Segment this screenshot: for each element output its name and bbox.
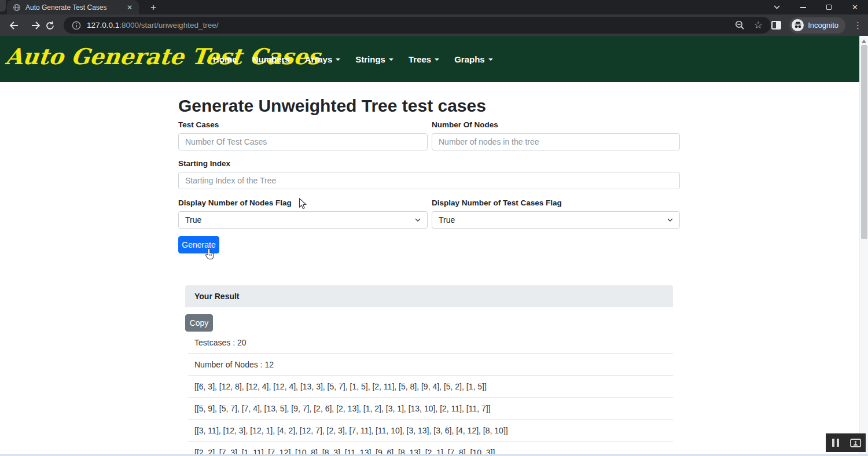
nav-item-strings[interactable]: Strings <box>355 54 393 64</box>
incognito-icon <box>792 19 804 31</box>
browser-tab[interactable]: Auto Generate Test Cases ✕ <box>7 0 139 14</box>
site-navbar: Auto Generate Test Cases Home Numbers Ar… <box>0 36 859 82</box>
result-row-edges-2: [[5, 9], [5, 7], [7, 4], [13, 5], [9, 7]… <box>188 398 673 420</box>
side-panel-icon[interactable] <box>771 21 781 30</box>
caret-down-icon <box>435 58 439 61</box>
display-nodes-flag-label: Display Number of Nodes Flag <box>178 198 292 207</box>
reload-button[interactable] <box>43 19 57 32</box>
test-cases-input[interactable] <box>178 133 428 150</box>
browser-toolbar: 127.0.0.1:8000/start/unweighted_tree/ ☆ … <box>0 14 868 36</box>
forward-button[interactable] <box>29 19 43 32</box>
generate-button[interactable]: Generate <box>178 236 219 253</box>
result-row-edges-3: [[3, 11], [12, 3], [12, 1], [4, 2], [12,… <box>188 420 673 442</box>
caret-down-icon <box>389 58 393 61</box>
browser-menu-icon[interactable]: ⋮ <box>854 20 862 31</box>
url-text: 127.0.0.1:8000/start/unweighted_tree/ <box>87 21 218 30</box>
display-nodes-flag-select[interactable]: True <box>178 211 428 229</box>
zoom-out-icon[interactable] <box>735 20 745 30</box>
result-row-edges-1: [[6, 3], [12, 8], [12, 4], [12, 4], [13,… <box>188 376 673 398</box>
display-testcases-flag-select[interactable]: True <box>432 211 680 229</box>
copy-button[interactable]: Copy <box>185 314 213 332</box>
picture-icon <box>850 439 861 447</box>
back-button[interactable] <box>7 19 21 32</box>
caret-down-icon <box>488 58 493 61</box>
tab-close-icon[interactable]: ✕ <box>125 3 134 12</box>
pause-recording-button[interactable] <box>826 433 846 452</box>
tab-search-chevron-icon[interactable] <box>764 0 790 14</box>
site-info-icon[interactable] <box>72 21 81 30</box>
url-host: 127.0.0.1 <box>87 21 119 30</box>
nav-item-trees[interactable]: Trees <box>409 54 439 64</box>
pause-icon <box>832 439 839 447</box>
browser-tab-bar: Auto Generate Test Cases ✕ + ✕ <box>0 0 868 14</box>
window-maximize-button[interactable] <box>816 0 842 14</box>
nav-item-home[interactable]: Home <box>213 54 237 64</box>
test-cases-label: Test Cases <box>178 120 219 129</box>
result-list: Testcases : 20 Number of Nodes : 12 [[6,… <box>185 332 673 456</box>
scrollbar-up-arrow-icon[interactable] <box>862 39 866 43</box>
display-testcases-flag-label: Display Number of Test Cases Flag <box>432 198 562 207</box>
incognito-badge[interactable]: Incognito <box>789 17 845 34</box>
window-minimize-button[interactable] <box>790 0 816 14</box>
favicon-globe-icon <box>13 3 21 12</box>
address-bar[interactable]: 127.0.0.1:8000/start/unweighted_tree/ ☆ <box>64 17 771 34</box>
result-header: Your Result <box>185 285 673 307</box>
nav-links: Home Numbers Arrays Strings Trees Graphs <box>213 36 493 82</box>
chevron-down-icon <box>415 218 421 222</box>
incognito-label: Incognito <box>808 21 838 30</box>
result-row-number-of-nodes: Number of Nodes : 12 <box>188 354 673 376</box>
chevron-down-icon <box>667 218 673 222</box>
nav-item-arrays[interactable]: Arrays <box>305 54 341 64</box>
screenshot-button[interactable] <box>846 433 866 452</box>
result-row-testcases: Testcases : 20 <box>188 332 673 354</box>
url-path: :8000/start/unweighted_tree/ <box>119 21 218 30</box>
window-edge-fragment <box>0 0 6 12</box>
window-close-button[interactable]: ✕ <box>842 0 868 14</box>
recording-control-overlay <box>826 433 866 452</box>
scrollbar-thumb[interactable] <box>861 45 867 239</box>
starting-index-input[interactable] <box>178 172 680 189</box>
nav-item-graphs[interactable]: Graphs <box>454 54 493 64</box>
new-tab-button[interactable]: + <box>147 1 160 14</box>
starting-index-label: Starting Index <box>178 159 230 168</box>
caret-down-icon <box>336 58 340 61</box>
page-content: Generate Unweighted Tree test cases Test… <box>0 82 859 456</box>
page-title: Generate Unweighted Tree test cases <box>178 96 486 116</box>
number-of-nodes-label: Number Of Nodes <box>432 120 498 129</box>
page-scrollbar[interactable] <box>859 36 868 456</box>
bookmark-star-icon[interactable]: ☆ <box>754 20 763 30</box>
nav-item-numbers[interactable]: Numbers <box>252 54 290 64</box>
tab-title: Auto Generate Test Cases <box>25 3 125 12</box>
number-of-nodes-input[interactable] <box>432 133 680 150</box>
